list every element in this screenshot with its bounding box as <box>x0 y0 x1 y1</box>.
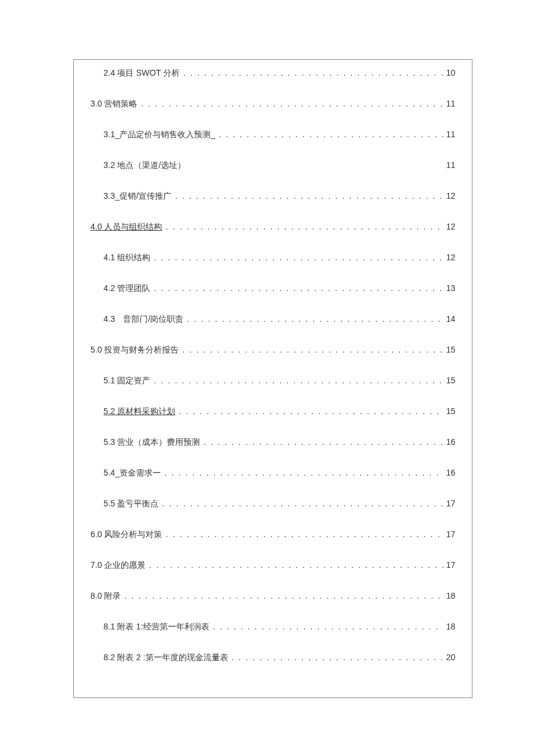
toc-entry: 5.3 营业（成本）费用预测16 <box>90 437 455 448</box>
toc-label: 3.3_促销/宣传推广 <box>103 191 171 202</box>
toc-page-number: 20 <box>443 652 455 662</box>
toc-label: 5.1 固定资产 <box>103 376 150 386</box>
toc-label: 3.2 地点（渠道/选址） <box>103 160 186 171</box>
toc-page-number: 18 <box>443 591 455 600</box>
toc-leader <box>150 253 443 262</box>
toc-leader <box>215 130 443 139</box>
toc-leader <box>209 622 444 631</box>
toc-leader <box>228 652 444 662</box>
toc-page-number: 18 <box>443 622 455 631</box>
toc-entry: 4.1 组织结构12 <box>90 253 455 263</box>
toc-page-number: 17 <box>443 560 455 570</box>
toc-leader <box>162 222 443 231</box>
toc-entry: 3.2 地点（渠道/选址）11 <box>90 160 455 171</box>
toc-page-number: 15 <box>443 376 455 385</box>
toc-label: 5.3 营业（成本）费用预测 <box>103 437 200 448</box>
toc-leader <box>150 283 443 293</box>
toc-leader <box>161 468 443 477</box>
toc-page-number: 12 <box>443 222 455 231</box>
toc-page-number: 15 <box>443 406 455 416</box>
toc-leader <box>179 345 443 354</box>
toc-label: 6.0 风险分析与对策 <box>90 529 162 540</box>
toc-entry: 8.1 附表 1:经营第一年利润表18 <box>90 622 455 632</box>
toc-label: 2.4 项目 SWOT 分析 <box>103 68 180 79</box>
toc-leader <box>200 437 443 447</box>
toc-label: 5.0 投资与财务分析报告 <box>90 345 179 356</box>
toc-leader <box>145 560 443 570</box>
toc-entry: 5.1 固定资产15 <box>90 376 455 386</box>
toc-label: 4.2 管理团队 <box>103 283 150 294</box>
toc-label: 4.0 人员与组织结构 <box>90 222 162 232</box>
toc-label: 3.0 营销策略 <box>90 99 137 109</box>
toc-entry: 7.0 企业的愿景17 <box>90 560 455 571</box>
toc-label: 4.3 音部门/岗位职责 <box>103 314 183 325</box>
toc-entry: 4.0 人员与组织结构12 <box>90 222 455 232</box>
toc-leader <box>137 99 443 108</box>
toc-page-number: 13 <box>443 283 455 293</box>
toc-entry: 5.5 盈亏平衡点17 <box>90 499 455 509</box>
toc-label: 8.0 附录 <box>90 591 121 602</box>
toc-page-number: 12 <box>443 253 455 262</box>
toc-entry: 3.3_促销/宣传推广12 <box>90 191 455 202</box>
page-frame: 2.4 项目 SWOT 分析103.0 营销策略113.1_产品定价与销售收入预… <box>73 59 472 698</box>
toc-label: 3.1_产品定价与销售收入预测_ <box>103 130 215 140</box>
toc-page-number: 11 <box>443 99 455 108</box>
toc-label: 5.2 原材料采购计划 <box>103 406 175 417</box>
toc-leader <box>175 406 443 416</box>
toc-page-number: 17 <box>443 529 455 539</box>
toc-entry: 4.2 管理团队13 <box>90 283 455 294</box>
toc-page-number: 11 <box>443 130 455 139</box>
toc-label: 8.1 附表 1:经营第一年利润表 <box>103 622 209 632</box>
toc-page-number: 16 <box>443 468 455 477</box>
toc-page-number: 11 <box>443 160 455 170</box>
toc-entry: 8.0 附录18 <box>90 591 455 602</box>
toc-leader <box>150 376 443 385</box>
toc-entry: 5.4_资金需求一16 <box>90 468 455 479</box>
toc-leader <box>121 591 443 600</box>
toc-page-number: 15 <box>443 345 455 354</box>
toc-page-number: 14 <box>443 314 455 324</box>
toc-entry: 2.4 项目 SWOT 分析10 <box>90 68 455 79</box>
toc-entry: 3.1_产品定价与销售收入预测_11 <box>90 130 455 140</box>
toc-label: 4.1 组织结构 <box>103 253 150 263</box>
toc-entry: 5.2 原材料采购计划15 <box>90 406 455 417</box>
toc-page-number: 10 <box>443 68 455 77</box>
toc-leader <box>183 314 443 324</box>
toc-label: 7.0 企业的愿景 <box>90 560 145 571</box>
toc-leader <box>158 499 443 508</box>
toc-leader <box>180 68 444 77</box>
toc-label: 8.2 附表 2 :第一年度的现金流量表 <box>103 652 228 663</box>
toc-label: 5.5 盈亏平衡点 <box>103 499 158 509</box>
toc-page-number: 16 <box>443 437 455 447</box>
toc-entry: 5.0 投资与财务分析报告15 <box>90 345 455 356</box>
toc-label: 5.4_资金需求一 <box>103 468 161 479</box>
toc-leader <box>186 167 443 168</box>
toc-page-number: 17 <box>443 499 455 508</box>
toc-entry: 6.0 风险分析与对策17 <box>90 529 455 540</box>
toc-entry: 4.3 音部门/岗位职责14 <box>90 314 455 325</box>
toc-entry: 8.2 附表 2 :第一年度的现金流量表20 <box>90 652 455 663</box>
toc-leader <box>162 529 443 539</box>
toc-leader <box>171 191 443 201</box>
toc-page-number: 12 <box>443 191 455 201</box>
toc-entry: 3.0 营销策略11 <box>90 99 455 109</box>
table-of-contents: 2.4 项目 SWOT 分析103.0 营销策略113.1_产品定价与销售收入预… <box>90 68 455 663</box>
